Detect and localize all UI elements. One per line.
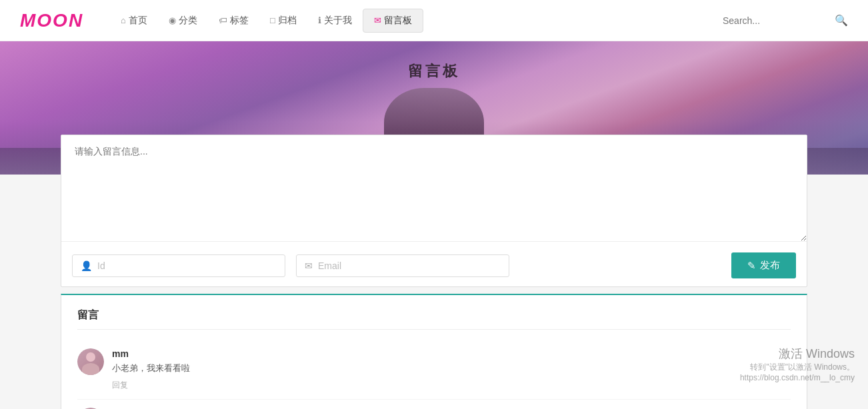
nav-item-tags[interactable]: 🏷标签 <box>208 9 259 32</box>
submit-label: 发布 <box>760 259 780 272</box>
comment-form: 👤 ✉ ✎ 发布 <box>61 135 807 287</box>
comment-text: 小老弟，我来看看啦 <box>112 362 791 376</box>
comment-name: mm <box>112 348 791 359</box>
home-icon: ⌂ <box>121 15 126 25</box>
hero-title: 留言板 <box>408 61 460 81</box>
category-icon: ◉ <box>169 15 176 25</box>
tags-label: 标签 <box>230 15 249 27</box>
guestbook-label: 留言板 <box>384 15 412 27</box>
comment-inputs-row: 👤 ✉ ✎ 发布 <box>61 244 807 286</box>
comments-section: 留言 mm 小老弟，我来看看啦 回复 dd 哦哟 回复 dd 回复 <box>61 294 807 409</box>
id-field: 👤 <box>72 254 285 277</box>
submit-button[interactable]: ✎ 发布 <box>731 252 796 278</box>
comment-item: mm 小老弟，我来看看啦 回复 <box>77 340 791 400</box>
nav-item-category[interactable]: ◉分类 <box>158 9 208 32</box>
nav-item-guestbook[interactable]: ✉留言板 <box>363 9 423 33</box>
email-icon: ✉ <box>305 260 313 271</box>
site-header: MOON ⌂首页◉分类🏷标签□归档ℹ关于我✉留言板 🔍 <box>0 0 868 41</box>
search-button[interactable]: 🔍 <box>835 14 848 27</box>
site-logo[interactable]: MOON <box>20 10 83 31</box>
comment-body: mm 小老弟，我来看看啦 回复 <box>112 348 791 391</box>
id-input[interactable] <box>97 260 277 271</box>
search-input[interactable] <box>723 15 829 26</box>
search-area: 🔍 <box>723 14 848 27</box>
reply-button[interactable]: 回复 <box>112 380 791 391</box>
archive-icon: □ <box>270 15 275 25</box>
avatar-image <box>77 348 104 375</box>
comment-textarea[interactable] <box>61 135 807 242</box>
comment-avatar <box>77 348 104 375</box>
guestbook-icon: ✉ <box>374 15 381 25</box>
nav-item-archive[interactable]: □归档 <box>259 9 307 32</box>
edit-icon: ✎ <box>747 260 756 272</box>
comments-list: mm 小老弟，我来看看啦 回复 dd 哦哟 回复 dd 回复 <box>77 340 791 409</box>
nav-item-about[interactable]: ℹ关于我 <box>307 9 363 32</box>
user-icon: 👤 <box>81 260 92 271</box>
tags-icon: 🏷 <box>219 15 227 25</box>
comment-item: dd 哦哟 回复 <box>77 400 791 409</box>
about-label: 关于我 <box>324 15 352 27</box>
about-icon: ℹ <box>318 15 321 25</box>
comments-title: 留言 <box>77 308 791 330</box>
home-label: 首页 <box>129 15 147 27</box>
main-nav: ⌂首页◉分类🏷标签□归档ℹ关于我✉留言板 <box>110 9 723 33</box>
category-label: 分类 <box>179 15 197 27</box>
email-field: ✉ <box>296 254 509 277</box>
email-input[interactable] <box>318 260 501 271</box>
archive-label: 归档 <box>278 15 297 27</box>
nav-item-home[interactable]: ⌂首页 <box>110 9 158 32</box>
main-content: 👤 ✉ ✎ 发布 留言 mm 小老弟，我来看看啦 回复 <box>61 135 807 409</box>
